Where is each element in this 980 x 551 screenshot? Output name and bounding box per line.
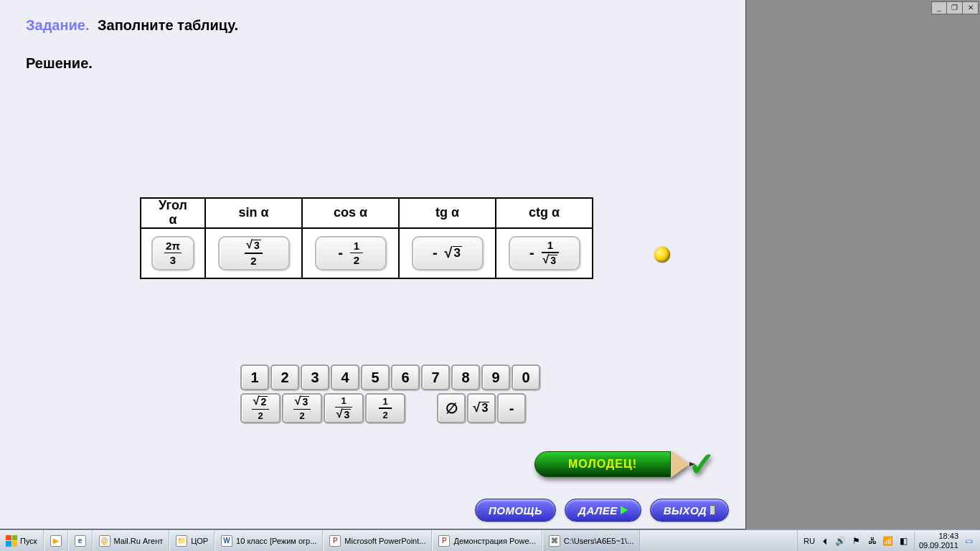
minimize-button[interactable]: _ bbox=[931, 1, 947, 14]
taskbar-item-label: Mail.Ru Агент bbox=[114, 537, 164, 545]
key-sym-5[interactable]: ∅ bbox=[437, 393, 466, 423]
action-buttons: ПОМОЩЬ ДАЛЕЕ ВЫХОД bbox=[475, 499, 729, 522]
word-icon: W bbox=[221, 535, 232, 547]
key-sym-2[interactable]: 1√3 bbox=[324, 393, 364, 423]
task-label: Задание. bbox=[26, 17, 90, 33]
ie-icon: e bbox=[75, 535, 86, 547]
taskbar-item-3[interactable]: 📁ЦОР bbox=[169, 530, 215, 551]
start-button[interactable]: Пуск bbox=[0, 530, 44, 551]
tray-shield-icon[interactable]: ⚑ bbox=[851, 535, 862, 547]
window-controls: _ ❐ ✕ bbox=[931, 1, 979, 14]
th-cos: cos α bbox=[302, 198, 399, 228]
system-tray: RU ⏴ 🔊 ⚑ 🖧 📶 ◧ 18:43 09.09.2011 ▭ bbox=[797, 530, 980, 551]
tray-chevron-icon[interactable]: ⏴ bbox=[819, 535, 831, 547]
cell-ctg[interactable]: - 1 √3 bbox=[509, 236, 580, 270]
task-line: Задание. Заполните таблицу. bbox=[26, 17, 720, 34]
success-pencil: МОЛОДЕЦ! ✓ bbox=[534, 445, 716, 484]
windows-icon bbox=[6, 535, 17, 547]
ppt-icon: P bbox=[438, 535, 450, 547]
show-desktop-icon[interactable]: ▭ bbox=[963, 535, 974, 547]
clock[interactable]: 18:43 09.09.2011 bbox=[914, 532, 958, 549]
solution-label: Решение. bbox=[26, 55, 720, 72]
pencil-tip-icon bbox=[671, 451, 689, 478]
mail-icon: @ bbox=[99, 535, 110, 547]
maximize-button[interactable]: ❐ bbox=[947, 1, 963, 14]
taskbar-item-6[interactable]: PДемонстрация Powe... bbox=[432, 530, 542, 551]
th-ctg: ctg α bbox=[496, 198, 593, 228]
taskbar-item-label: Демонстрация Powe... bbox=[453, 537, 535, 545]
close-button[interactable]: ✕ bbox=[963, 1, 979, 14]
taskbar-item-label: Microsoft PowerPoint... bbox=[344, 537, 425, 545]
keypad-spacer bbox=[407, 393, 435, 423]
door-icon bbox=[710, 505, 715, 515]
key-4[interactable]: 4 bbox=[331, 364, 359, 390]
key-0[interactable]: 0 bbox=[512, 364, 540, 390]
key-9[interactable]: 9 bbox=[481, 364, 510, 390]
cell-tg[interactable]: - √3 bbox=[412, 236, 484, 270]
cmd-icon: ⌘ bbox=[549, 535, 560, 547]
keypad: 1234567890 √22√321√312∅√3- bbox=[240, 364, 540, 426]
th-tg: tg α bbox=[399, 198, 496, 228]
key-sym-6[interactable]: √3 bbox=[467, 393, 496, 423]
key-sym-3[interactable]: 12 bbox=[365, 393, 405, 423]
key-3[interactable]: 3 bbox=[301, 364, 329, 390]
th-angle: Уголα bbox=[141, 198, 205, 228]
play-icon: ▶ bbox=[50, 535, 62, 547]
th-sin: sin α bbox=[205, 198, 302, 228]
tray-network-icon[interactable]: 🖧 bbox=[867, 535, 878, 547]
task-text: Заполните таблицу. bbox=[98, 17, 238, 33]
key-sym-7[interactable]: - bbox=[497, 393, 526, 423]
taskbar-item-0[interactable]: ▶ bbox=[44, 530, 68, 551]
next-button[interactable]: ДАЛЕЕ bbox=[565, 499, 641, 522]
cell-cos[interactable]: - 1 2 bbox=[315, 236, 387, 270]
taskbar-item-1[interactable]: e bbox=[68, 530, 93, 551]
taskbar-item-label: ЦОР bbox=[191, 537, 208, 545]
tray-volume-icon[interactable]: 🔊 bbox=[835, 535, 847, 547]
mdi-background: _ ❐ ✕ bbox=[746, 0, 980, 529]
status-indicator-icon bbox=[654, 247, 670, 263]
taskbar: Пуск ▶e@Mail.Ru Агент📁ЦОРW10 класс [Режи… bbox=[0, 529, 980, 551]
keypad-row-digits: 1234567890 bbox=[240, 364, 540, 390]
taskbar-item-5[interactable]: PMicrosoft PowerPoint... bbox=[323, 530, 432, 551]
taskbar-item-label: 10 класс [Режим огр... bbox=[236, 537, 316, 545]
play-icon bbox=[621, 506, 628, 514]
key-6[interactable]: 6 bbox=[391, 364, 420, 390]
taskbar-item-2[interactable]: @Mail.Ru Агент bbox=[93, 530, 170, 551]
key-sym-1[interactable]: √32 bbox=[282, 393, 322, 423]
pencil-label: МОЛОДЕЦ! bbox=[534, 451, 671, 477]
folder-icon: 📁 bbox=[176, 535, 187, 547]
taskbar-item-label: C:\Users\A6E5~1\... bbox=[564, 537, 634, 545]
help-button[interactable]: ПОМОЩЬ bbox=[475, 499, 556, 522]
ppt-icon: P bbox=[329, 535, 341, 547]
key-7[interactable]: 7 bbox=[421, 364, 450, 390]
cell-angle[interactable]: 2π 3 bbox=[151, 236, 194, 270]
exit-button[interactable]: ВЫХОД bbox=[650, 499, 729, 522]
trig-table: Уголα sin α cos α tg α ctg α 2π 3 bbox=[140, 197, 593, 279]
key-5[interactable]: 5 bbox=[361, 364, 390, 390]
taskbar-item-4[interactable]: W10 класс [Режим огр... bbox=[215, 530, 323, 551]
tray-battery-icon[interactable]: 📶 bbox=[882, 535, 894, 547]
app-window: Задание. Заполните таблицу. Решение. Уго… bbox=[0, 0, 746, 529]
key-1[interactable]: 1 bbox=[240, 364, 269, 390]
cell-sin[interactable]: √3 2 bbox=[218, 236, 290, 270]
key-2[interactable]: 2 bbox=[270, 364, 299, 390]
key-8[interactable]: 8 bbox=[451, 364, 480, 390]
tray-misc-icon[interactable]: ◧ bbox=[898, 535, 910, 547]
taskbar-item-7[interactable]: ⌘C:\Users\A6E5~1\... bbox=[542, 530, 641, 551]
key-sym-0[interactable]: √22 bbox=[240, 393, 281, 423]
lang-indicator[interactable]: RU bbox=[804, 537, 815, 545]
keypad-row-symbols: √22√321√312∅√3- bbox=[240, 393, 540, 423]
table-row: 2π 3 √3 2 bbox=[141, 228, 593, 278]
